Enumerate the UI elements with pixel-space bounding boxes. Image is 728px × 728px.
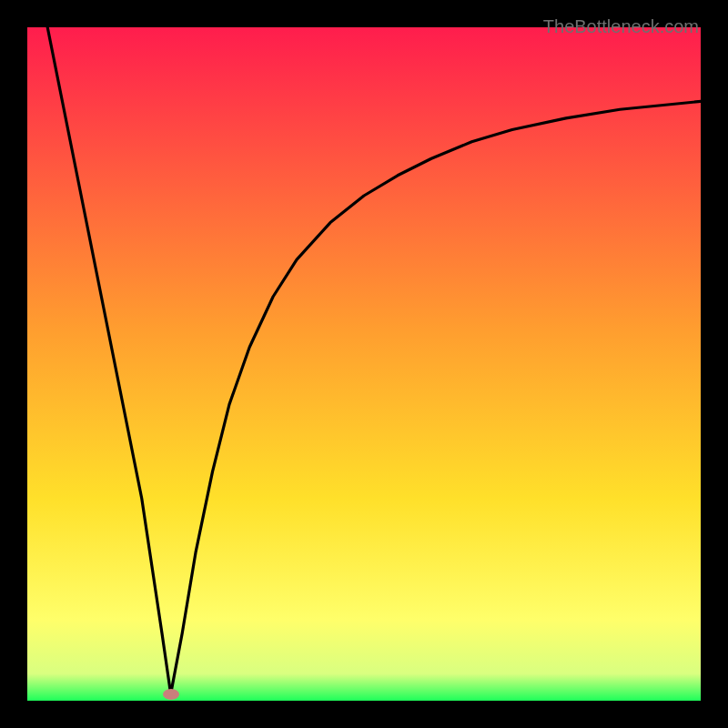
chart-svg: [27, 27, 701, 701]
watermark-text: TheBottleneck.com: [543, 16, 699, 37]
chart-container: TheBottleneck.com: [0, 0, 728, 728]
gradient-background: [27, 27, 701, 701]
plot-area: [27, 27, 701, 701]
minimum-marker: [163, 689, 179, 700]
